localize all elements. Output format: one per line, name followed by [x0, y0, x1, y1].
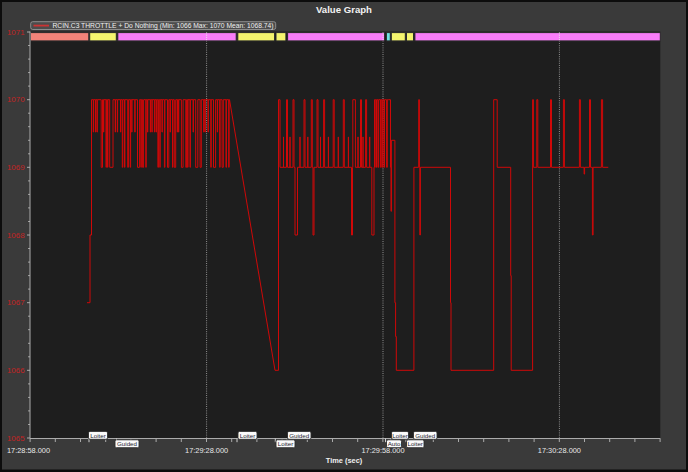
svg-text:Value Graph: Value Graph	[316, 4, 372, 15]
svg-text:Time (sec): Time (sec)	[326, 456, 363, 465]
svg-text:17:30:28.000: 17:30:28.000	[538, 446, 581, 455]
svg-text:1068: 1068	[7, 231, 25, 240]
svg-text:1066: 1066	[7, 366, 25, 375]
svg-text:1067: 1067	[7, 298, 25, 307]
svg-text:Loiter: Loiter	[407, 440, 422, 447]
svg-text:Guided: Guided	[117, 440, 138, 447]
svg-text:Auto: Auto	[388, 440, 401, 447]
svg-text:RCIN.C3 THROTTLE + Do Nothing: RCIN.C3 THROTTLE + Do Nothing (Min: 1066…	[53, 22, 274, 30]
svg-text:17:28:58.000: 17:28:58.000	[7, 446, 50, 455]
svg-text:1069: 1069	[7, 163, 25, 172]
svg-text:1071: 1071	[7, 28, 25, 37]
svg-text:17:29:28.000: 17:29:28.000	[185, 446, 228, 455]
svg-text:1070: 1070	[7, 95, 25, 104]
svg-text:1065: 1065	[7, 434, 25, 443]
svg-text:Guided: Guided	[415, 432, 436, 439]
svg-text:Loiter: Loiter	[392, 432, 407, 439]
svg-text:Loiter: Loiter	[90, 432, 105, 439]
svg-text:Guided: Guided	[289, 432, 310, 439]
svg-text:Loiter: Loiter	[240, 432, 255, 439]
svg-text:Loiter: Loiter	[278, 440, 293, 447]
